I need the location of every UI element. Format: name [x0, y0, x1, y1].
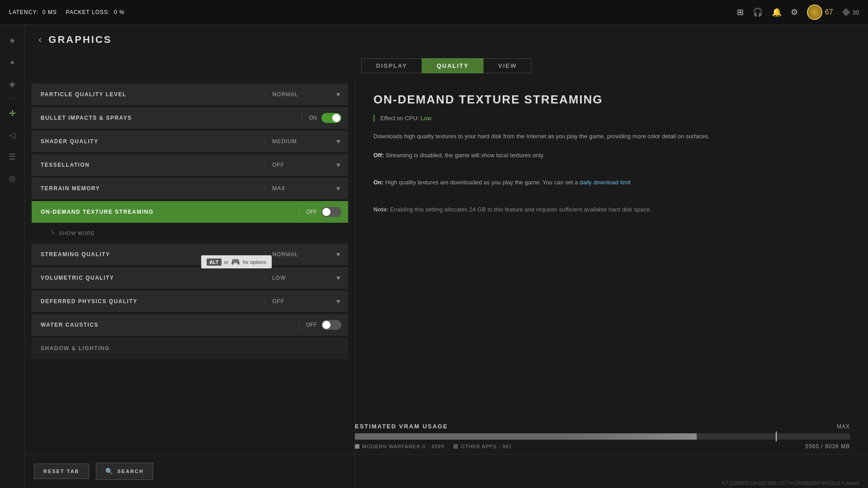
latency-text: LATENCY:: [9, 9, 38, 15]
grid-icon[interactable]: ⊞: [737, 7, 744, 17]
setting-toggle-area: ON: [302, 113, 348, 123]
download-link[interactable]: daily download limit: [580, 179, 631, 186]
setting-bullet-impacts[interactable]: BULLET IMPACTS & SPRAYS ON: [32, 107, 348, 129]
setting-label: TESSELLATION: [32, 162, 265, 168]
search-label: SEARCH: [118, 469, 144, 474]
reset-tab-button[interactable]: RESET TAB: [34, 464, 89, 479]
vram-legend: MODERN WARFARE® II : 4599 OTHER APPS : 9…: [355, 443, 850, 450]
latency-label: LATENCY: 0 MS: [9, 9, 57, 15]
token-icon: [842, 8, 850, 16]
toggle-value: OFF: [306, 322, 317, 328]
on-text-end: .: [632, 179, 634, 186]
vram-other-legend: OTHER APPS : 961: [453, 444, 512, 449]
setting-label: BULLET IMPACTS & SPRAYS: [32, 115, 302, 121]
setting-toggle-area: OFF: [299, 207, 348, 217]
setting-streaming-quality[interactable]: STREAMING QUALITY NORMAL ▼: [32, 244, 348, 265]
setting-volumetric-quality[interactable]: VOLUMETRIC QUALITY LOW ▼: [32, 267, 348, 289]
setting-label: DEFERRED PHYSICS QUALITY: [32, 298, 265, 305]
sidebar-icon-user[interactable]: ●: [3, 53, 21, 71]
setting-particle-quality[interactable]: PARTICLE QUALITY LEVEL NORMAL ▼: [32, 84, 348, 105]
info-description-main: Downloads high quality textures to your …: [373, 131, 850, 141]
tab-view[interactable]: VIEW: [483, 58, 532, 73]
info-title: ON-DEMAND TEXTURE STREAMING: [373, 93, 850, 107]
search-button[interactable]: 🔍 SEARCH: [96, 463, 153, 480]
vram-title: ESTIMATED VRAM USAGE: [355, 423, 448, 430]
vram-section: ESTIMATED VRAM USAGE MAX MODERN WARFARE®…: [355, 423, 850, 450]
sidebar-icon-audio[interactable]: ◁: [3, 126, 21, 144]
headphones-icon[interactable]: 🎧: [753, 7, 763, 17]
sidebar-icon-crosshair[interactable]: ✛: [3, 104, 21, 122]
show-more-row[interactable]: └ SHOW MORE: [32, 225, 348, 242]
toggle-switch[interactable]: [321, 207, 341, 217]
cpu-label: Effect on CPU:: [380, 115, 419, 122]
sidebar: ★ ● ◈ ✛ ◁ ☰ ◎: [0, 25, 25, 488]
setting-label: ON-DEMAND TEXTURE STREAMING: [32, 209, 299, 215]
show-more-label: SHOW MORE: [59, 230, 94, 236]
tab-quality[interactable]: QUALITY: [422, 58, 483, 73]
info-cpu-effect: Effect on CPU: Low: [373, 115, 850, 122]
controller-button-icon: 🎮: [231, 258, 240, 266]
version-text: 9.7.13200072 [34:222:1681+1T] Tm [7000][…: [722, 481, 859, 486]
setting-tessellation[interactable]: TESSELLATION OFF ▼: [32, 154, 348, 176]
user-level: 67: [825, 8, 833, 16]
user-badge[interactable]: 67: [807, 5, 833, 20]
note-text: Enabling this setting allocates 24 GB to…: [390, 206, 651, 213]
reset-tab-label: RESET TAB: [43, 469, 80, 474]
top-right-controls: ⊞ 🎧 🔔 ⚙ 67 30: [737, 5, 859, 20]
setting-label: VOLUMETRIC QUALITY: [32, 275, 265, 281]
setting-value: LOW: [265, 275, 328, 281]
setting-deferred-physics[interactable]: DEFERRED PHYSICS QUALITY OFF ▼: [32, 291, 348, 312]
sidebar-icon-controller[interactable]: ◈: [3, 75, 21, 93]
tooltip: ALT or 🎮 for options: [201, 255, 272, 268]
setting-toggle-area: OFF: [299, 320, 348, 330]
tooltip-options: for options: [243, 259, 266, 265]
token-badge: 30: [842, 8, 859, 16]
tab-display[interactable]: DISPLAY: [361, 58, 422, 73]
sidebar-icon-account[interactable]: ☰: [3, 148, 21, 166]
corner-icon: └: [50, 229, 55, 237]
toggle-value: ON: [309, 115, 317, 121]
chevron-down-icon: ▼: [328, 91, 348, 98]
setting-value: MEDIUM: [265, 138, 328, 145]
packet-loss-value: 0 %: [114, 9, 125, 15]
top-bar: LATENCY: 0 MS PACKET LOSS: 0 % ⊞ 🎧 🔔 ⚙ 6…: [0, 0, 868, 25]
setting-on-demand-texture[interactable]: ON-DEMAND TEXTURE STREAMING OFF: [32, 201, 348, 223]
back-button[interactable]: ‹: [38, 34, 42, 46]
chevron-down-icon: ▼: [328, 298, 348, 305]
sidebar-icon-star[interactable]: ★: [3, 32, 21, 50]
toggle-switch[interactable]: [321, 113, 341, 123]
setting-value: NORMAL: [265, 91, 328, 98]
chevron-down-icon: ▼: [328, 251, 348, 258]
vram-bar-container: [355, 433, 850, 440]
vram-max-label: MAX: [837, 423, 850, 430]
setting-shader-quality[interactable]: SHADER QUALITY MEDIUM ▼: [32, 131, 348, 152]
latency-value: 0 MS: [42, 9, 57, 15]
chevron-down-icon: ▼: [328, 185, 348, 192]
info-note: Note: Enabling this setting allocates 24…: [373, 205, 850, 215]
setting-label: PARTICLE QUALITY LEVEL: [32, 91, 265, 98]
chevron-down-icon: ▼: [328, 274, 348, 282]
off-text: Streaming is disabled, the game will sho…: [386, 152, 545, 159]
toggle-switch[interactable]: [321, 320, 341, 330]
packet-loss-text: PACKET LOSS:: [66, 9, 110, 15]
bell-icon[interactable]: 🔔: [772, 7, 782, 17]
game-dot: [355, 444, 359, 449]
note-prefix: Note:: [373, 206, 388, 213]
setting-label: SHADOW & LIGHTING: [32, 345, 348, 352]
setting-terrain-memory[interactable]: TERRAIN MEMORY MAX ▼: [32, 178, 348, 199]
setting-value: OFF: [265, 298, 328, 305]
on-text: High quality textures are downloaded as …: [385, 179, 580, 186]
chevron-down-icon: ▼: [328, 161, 348, 169]
vram-game-legend: MODERN WARFARE® II : 4599: [355, 444, 444, 449]
alt-key-label: ALT: [207, 258, 222, 266]
settings-icon[interactable]: ⚙: [791, 7, 798, 17]
page-title: GRAPHICS: [48, 34, 112, 46]
vram-header: ESTIMATED VRAM USAGE MAX: [355, 423, 850, 430]
setting-label: SHADER QUALITY: [32, 138, 265, 145]
avatar: [807, 5, 822, 20]
setting-water-caustics[interactable]: WATER CAUSTICS OFF: [32, 314, 348, 336]
setting-value: MAX: [265, 185, 328, 192]
sidebar-icon-network[interactable]: ◎: [3, 169, 21, 188]
latency-info: LATENCY: 0 MS PACKET LOSS: 0 %: [9, 9, 125, 15]
setting-shadow-lighting[interactable]: SHADOW & LIGHTING: [32, 338, 348, 359]
